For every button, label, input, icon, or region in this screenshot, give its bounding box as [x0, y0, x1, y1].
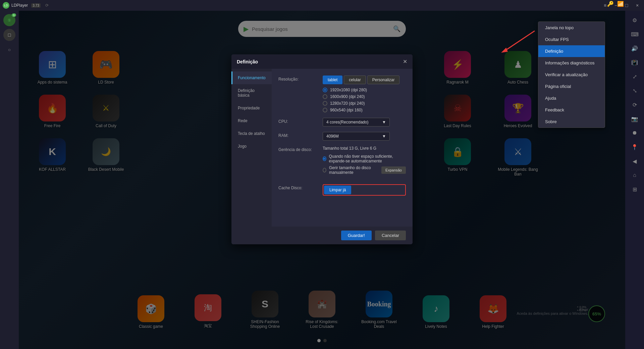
res-1920-radio — [323, 88, 327, 92]
apps-icon-btn[interactable]: ⊞ — [629, 183, 641, 195]
res-1280[interactable]: 1280x720 (dpi 240) — [323, 101, 406, 106]
res-1600[interactable]: 1600x900 (dpi 240) — [323, 94, 406, 99]
app-logo: LD LDPlayer 3.73 ⟳ — [3, 2, 49, 9]
disk-manual[interactable]: Gerir tamanho do disco manualmente — [323, 165, 376, 175]
save-button[interactable]: Guardar! — [341, 231, 372, 240]
ram-row: RAM: 4096M ▼ — [278, 132, 406, 141]
nav-rede[interactable]: Rede — [231, 114, 272, 127]
context-menu: Janela no topo Ocultar FPS Definição Inf… — [538, 21, 605, 128]
dialog-footer: Guardar! Cancelar — [231, 227, 413, 244]
res-btn-celular[interactable]: celular — [344, 76, 366, 84]
shrink-icon-btn[interactable]: ⤡ — [629, 85, 641, 97]
res-btn-tablet[interactable]: tablet — [323, 76, 342, 84]
disk-auto-radio — [323, 156, 326, 161]
wifi-icon[interactable]: 📶 — [617, 1, 624, 7]
res-1920[interactable]: 1920x1080 (dpi 280) — [323, 88, 406, 92]
red-arrow-indicator — [498, 28, 538, 56]
res-960-radio — [323, 108, 327, 112]
shake-icon-btn[interactable]: 📳 — [629, 56, 641, 68]
dialog-content: Resolução: tablet celular Personalizar 1 — [272, 69, 413, 227]
key-icon[interactable]: 🔑 — [607, 1, 614, 7]
disk-controls: Tamanho total 13 G, Livre 6 G Quando não… — [323, 146, 406, 179]
left-sidebar: ① 1 □ ○ — [0, 11, 19, 349]
ctx-definicao[interactable]: Definição — [538, 45, 605, 57]
location-icon-btn[interactable]: 📍 — [629, 141, 641, 153]
res-960-label: 960x540 (dpi 160) — [330, 108, 363, 112]
dialog-header: Definição ✕ — [231, 54, 413, 69]
resolution-radio-group: 1920x1080 (dpi 280) 1600x900 (dpi 240) 1… — [323, 88, 406, 112]
titlebar: LD LDPlayer 3.73 ⟳ 🔑 📶 ≡ − □ × — [0, 0, 644, 11]
res-1280-label: 1280x720 (dpi 240) — [330, 101, 365, 106]
home-icon-btn[interactable]: ⌂ — [629, 169, 641, 181]
cancel-button[interactable]: Cancelar — [375, 231, 406, 240]
limpar-ja-button[interactable]: Limpar já — [324, 186, 351, 194]
cpu-dropdown-icon: ▼ — [382, 120, 386, 124]
cache-controls: Limpar já — [323, 184, 406, 196]
settings-dialog: Definição ✕ Funcionamento Definição bási… — [231, 54, 413, 244]
resolution-btn-group: tablet celular Personalizar — [323, 76, 406, 84]
app-version: 3.73 — [31, 3, 40, 8]
ram-value: 4096M — [326, 134, 339, 139]
rotate-icon-btn[interactable]: ⟳ — [629, 99, 641, 111]
ctx-feedback[interactable]: Feedback — [538, 104, 605, 116]
ctx-janela-no-topo[interactable]: Janela no topo — [538, 22, 605, 34]
cpu-value: 4 cores(Recomendado) — [326, 120, 368, 124]
sidebar-square-btn[interactable]: □ — [3, 29, 15, 41]
main-area: ① 1 □ ○ ▶ 🔍 ⊞ Apps do sistema 🎮 LD Store — [0, 11, 644, 349]
res-960[interactable]: 960x540 (dpi 160) — [323, 108, 406, 112]
resolution-label: Resolução: — [278, 76, 319, 82]
res-btn-personalizar[interactable]: Personalizar — [367, 76, 400, 84]
player-badge: 1 — [12, 13, 16, 17]
nav-definicao-basica[interactable]: Definição básica — [231, 84, 272, 102]
desktop: ▶ 🔍 ⊞ Apps do sistema 🎮 LD Store 🔥 Free … — [19, 11, 625, 349]
disk-auto-label: Quando não tiver espaço suficiente, expa… — [329, 154, 406, 163]
svg-marker-1 — [501, 48, 508, 53]
app-name: LDPlayer — [11, 3, 28, 8]
resolution-controls: tablet celular Personalizar 1920x1080 (d… — [323, 76, 406, 112]
right-sidebar: ⚙ ⌨ 🔊 📳 ⤢ ⤡ ⟳ 📷 ⏺ 📍 ◀ ⌂ ⊞ — [625, 11, 644, 349]
nav-tecla-atalho[interactable]: Tecla de atalho — [231, 127, 272, 140]
dialog-close-button[interactable]: ✕ — [403, 58, 407, 65]
sync-icon: ⟳ — [45, 3, 49, 8]
cpu-row: CPU: 4 cores(Recomendado) ▼ — [278, 118, 406, 127]
ctx-info-diagnosticos[interactable]: Informações diagnósticos — [538, 57, 605, 69]
limpar-btn-wrapper: Limpar já — [323, 184, 406, 196]
sidebar-circle-btn[interactable]: ○ — [3, 44, 15, 56]
disk-label: Gerência de disco: — [278, 146, 319, 152]
keyboard-icon-btn[interactable]: ⌨ — [629, 28, 641, 40]
record-icon-btn[interactable]: ⏺ — [629, 127, 641, 139]
nav-funcionamento[interactable]: Funcionamento — [231, 71, 272, 84]
window-controls: 🔑 📶 ≡ − □ × — [601, 1, 641, 9]
ram-label: RAM: — [278, 132, 319, 138]
ram-dropdown-icon: ▼ — [382, 134, 386, 139]
ctx-ocultar-fps[interactable]: Ocultar FPS — [538, 34, 605, 45]
res-1600-radio — [323, 94, 327, 99]
ctx-verificar-atualizacao[interactable]: Verificar a atualização — [538, 69, 605, 81]
svg-line-0 — [504, 31, 535, 51]
disk-radio-group: Quando não tiver espaço suficiente, expa… — [323, 154, 406, 175]
screenshot-icon-btn[interactable]: 📷 — [629, 113, 641, 125]
ctx-sobre[interactable]: Sobre — [538, 116, 605, 128]
volume-icon-btn[interactable]: 🔊 — [629, 42, 641, 54]
res-1600-label: 1600x900 (dpi 240) — [330, 94, 365, 99]
expand-icon-btn[interactable]: ⤢ — [629, 70, 641, 83]
ctx-pagina-oficial[interactable]: Página oficial — [538, 81, 605, 92]
dialog-body: Funcionamento Definição básica Proprieda… — [231, 69, 413, 227]
cpu-label: CPU: — [278, 118, 319, 124]
cpu-select[interactable]: 4 cores(Recomendado) ▼ — [323, 118, 390, 127]
ctx-ajuda[interactable]: Ajuda — [538, 92, 605, 104]
close-button[interactable]: × — [633, 1, 641, 9]
dialog-title: Definição — [237, 59, 258, 64]
player-1-btn[interactable]: ① 1 — [3, 14, 15, 26]
dialog-nav: Funcionamento Definição básica Proprieda… — [231, 69, 272, 227]
nav-jogo[interactable]: Jogo — [231, 140, 272, 153]
expansion-button[interactable]: Expansão — [381, 166, 406, 174]
app-icon: LD — [3, 2, 9, 9]
cache-label: Cache Disco: — [278, 184, 319, 190]
settings-icon-btn[interactable]: ⚙ — [629, 14, 641, 26]
disk-manual-label: Gerir tamanho do disco manualmente — [329, 165, 376, 175]
nav-propriedade[interactable]: Propriedade — [231, 102, 272, 114]
disk-auto-expand[interactable]: Quando não tiver espaço suficiente, expa… — [323, 154, 406, 163]
ram-select[interactable]: 4096M ▼ — [323, 132, 390, 141]
back-icon-btn[interactable]: ◀ — [629, 155, 641, 167]
